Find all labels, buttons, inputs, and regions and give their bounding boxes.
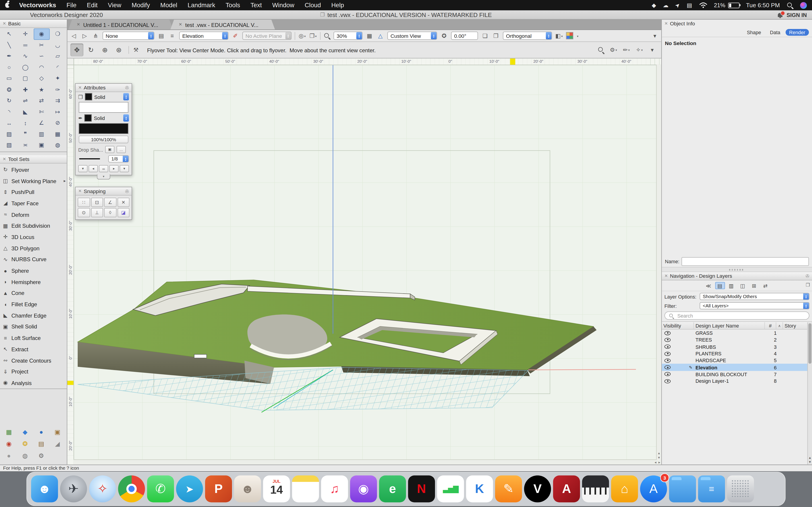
tool-rectangle[interactable]: ▭ xyxy=(1,73,17,84)
tool-rounded-rectangle[interactable]: ▢ xyxy=(17,73,33,84)
column-layer-name[interactable]: Design Layer Name xyxy=(694,322,765,329)
saved-views-icon[interactable]: ⋔ xyxy=(92,31,99,40)
tool-edit-subdivision[interactable]: ▦ Edit Subdivision xyxy=(0,220,67,231)
tab-test-vwx[interactable]: ✕ test .vwx - EDUCATIONAL V... xyxy=(170,20,275,30)
layer-options-icon[interactable]: ≡ xyxy=(168,31,176,40)
siri-icon[interactable] xyxy=(800,2,807,9)
dock-app-store[interactable]: A 3 xyxy=(640,475,667,502)
close-icon[interactable]: ✕ xyxy=(78,189,82,193)
horizontal-scrollbar[interactable]: ◂ ▸ xyxy=(73,459,661,465)
flyover-mode-working-plane[interactable]: ⊛ xyxy=(112,44,125,56)
tool-pen[interactable]: ✒ xyxy=(1,51,17,62)
fit-page-icon[interactable]: ❐▾ xyxy=(309,31,317,40)
tool-water-drop[interactable]: ◆ xyxy=(17,426,33,438)
wifi-icon[interactable] xyxy=(699,2,707,8)
tool-offset[interactable]: ⇉ xyxy=(50,95,66,106)
tool-dim-vertical[interactable]: ↕ xyxy=(17,117,33,128)
tool-magnifier[interactable]: ❍ xyxy=(50,29,66,40)
tool-visibility[interactable]: ◍ xyxy=(50,139,66,151)
pin-icon[interactable]: ✇ xyxy=(805,273,809,279)
pen-style-dropdown[interactable]: ▴▾ xyxy=(123,114,129,121)
navigation-more-icon[interactable]: ❐ xyxy=(806,282,810,288)
opacity-button[interactable]: 100%/100% xyxy=(79,135,128,143)
tool-dim-radial[interactable]: ⊘ xyxy=(50,117,66,128)
page-setup-icon[interactable]: ❏ xyxy=(481,31,489,40)
close-icon[interactable]: ✕ xyxy=(78,85,82,90)
multiple-views-icon[interactable]: ▦ xyxy=(366,31,373,40)
scroll-down-icon[interactable]: ▾ xyxy=(809,460,811,464)
dock-netflix[interactable]: N xyxy=(408,475,435,502)
tool-stone[interactable]: ◍ xyxy=(17,450,33,461)
dock-powerpoint[interactable]: P xyxy=(205,475,232,502)
scroll-right-icon[interactable]: ▸ xyxy=(657,460,661,465)
scrollbar-thumb[interactable] xyxy=(808,324,812,364)
visibility-eye-icon[interactable] xyxy=(664,372,671,376)
tool-deform[interactable]: ≈ Deform xyxy=(0,209,67,220)
scroll-left-icon[interactable]: ◂ xyxy=(654,460,657,465)
class-options-icon[interactable]: ▤ xyxy=(157,31,165,40)
menu-file[interactable]: File xyxy=(66,2,77,9)
tool-pan[interactable]: ✛ xyxy=(17,29,33,40)
tool-eyedropper[interactable]: ✑ xyxy=(50,84,66,95)
visibility-eye-icon[interactable] xyxy=(664,345,671,349)
pen-color-swatch[interactable] xyxy=(85,114,92,121)
tool-set-working-plane[interactable]: ◫ Set Working Plane ▸ xyxy=(0,175,67,186)
edit-plane-icon[interactable]: ✐ xyxy=(232,31,239,40)
tool-locus[interactable]: ✚ xyxy=(17,84,33,95)
drawing-area[interactable]: 80'-0"70'-0"60'-0"50'-0"40'-0"30'-0"20'-… xyxy=(67,58,661,464)
close-icon[interactable]: ✕ xyxy=(2,21,6,26)
menu-tools[interactable]: Tools xyxy=(226,2,240,9)
dock-numbers[interactable]: ▃▅▇ xyxy=(437,475,464,502)
dock-folder-documents[interactable]: ≡ xyxy=(698,475,725,502)
tab-close-icon[interactable]: ✕ xyxy=(77,22,80,27)
pen-preview[interactable] xyxy=(79,123,128,134)
scroll-up-icon[interactable]: ▴ xyxy=(657,451,661,455)
render-options-icon[interactable]: ✏▾ xyxy=(622,45,630,55)
scroll-up-icon[interactable]: ▴ xyxy=(809,456,811,460)
visibility-eye-icon[interactable] xyxy=(664,379,671,383)
tool-regular-polygon[interactable]: ✦ xyxy=(50,73,66,84)
dock-facetime[interactable]: ✆ xyxy=(147,475,174,502)
forward-button[interactable]: ▷ xyxy=(81,31,89,40)
tool-gear[interactable]: ⚙ xyxy=(33,450,49,461)
dock-pages[interactable]: ✎ xyxy=(495,475,522,502)
tool-gray-sphere[interactable]: ● xyxy=(1,450,17,461)
menu-edit[interactable]: Edit xyxy=(87,2,97,9)
apple-menu-icon[interactable] xyxy=(5,2,10,8)
tool-taper-face[interactable]: ◢ Taper Face xyxy=(0,198,67,209)
nav-viewports[interactable]: ◫ xyxy=(738,282,748,289)
tool-push-pull[interactable]: ⇕ Push/Pull xyxy=(0,186,67,198)
dock-home[interactable]: ⌂ xyxy=(611,475,638,502)
tool-chamfer[interactable]: ◣ xyxy=(17,106,33,117)
layer-options-dropdown[interactable]: Show/Snap/Modify Others ▴▾ xyxy=(700,293,810,300)
visibility-eye-icon[interactable] xyxy=(664,365,671,370)
drop-shadow-toggle[interactable]: ▣ xyxy=(105,146,114,153)
flyover-mode-interactive[interactable]: ✥ xyxy=(70,44,83,56)
dock-safari[interactable]: ✧ xyxy=(89,475,116,502)
tool-yellow-drop[interactable]: ❂ xyxy=(17,438,33,450)
dock-launchpad[interactable]: ✈ xyxy=(60,475,87,502)
layer-row[interactable]: BUILDING BLOCKOUT 7 xyxy=(662,371,812,378)
render-style-icon[interactable] xyxy=(566,32,573,39)
tool-stamp[interactable]: ▣ xyxy=(33,139,49,151)
tool-site-model[interactable]: ▦ xyxy=(1,426,17,438)
visibility-eye-icon[interactable] xyxy=(664,358,671,362)
nav-references[interactable]: ⇄ xyxy=(761,282,770,289)
tool-extract[interactable]: ↖ Extract xyxy=(0,344,67,355)
layer-search-input[interactable] xyxy=(676,312,806,319)
tool-line[interactable]: ╲ xyxy=(1,40,17,51)
sign-in-button[interactable]: SIGN IN xyxy=(786,11,807,18)
tool-create-contours[interactable]: ∾ Create Contours xyxy=(0,355,67,366)
rotation-angle-field[interactable]: 0.00° xyxy=(451,32,478,40)
drawing-canvas[interactable] xyxy=(73,65,661,465)
tool-attribute-mapping[interactable]: ▧ xyxy=(1,139,17,151)
tool-double-line[interactable]: ═ xyxy=(17,40,33,51)
tool-extend[interactable]: ↦ xyxy=(50,106,66,117)
menu-text[interactable]: Text xyxy=(250,2,262,9)
tool-chisel[interactable]: ◢ xyxy=(50,438,65,450)
dock-midi-keyboard[interactable] xyxy=(582,475,609,502)
tool-brown-box[interactable]: ▤ xyxy=(33,438,49,450)
snap-object[interactable]: ⊡ xyxy=(91,198,103,207)
battery-status[interactable]: 21% xyxy=(714,2,739,8)
attr-next-button[interactable]: ▸ xyxy=(109,165,118,172)
